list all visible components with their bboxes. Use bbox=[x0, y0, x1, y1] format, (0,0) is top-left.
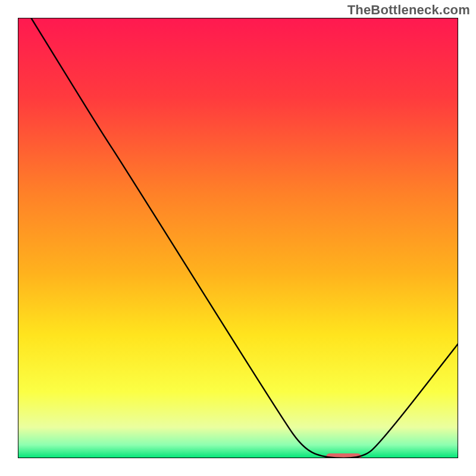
gradient-background bbox=[18, 18, 458, 458]
bottleneck-chart bbox=[18, 18, 458, 458]
watermark-label: TheBottleneck.com bbox=[347, 2, 470, 18]
plot-area bbox=[18, 18, 458, 458]
chart-container: TheBottleneck.com bbox=[0, 0, 476, 476]
